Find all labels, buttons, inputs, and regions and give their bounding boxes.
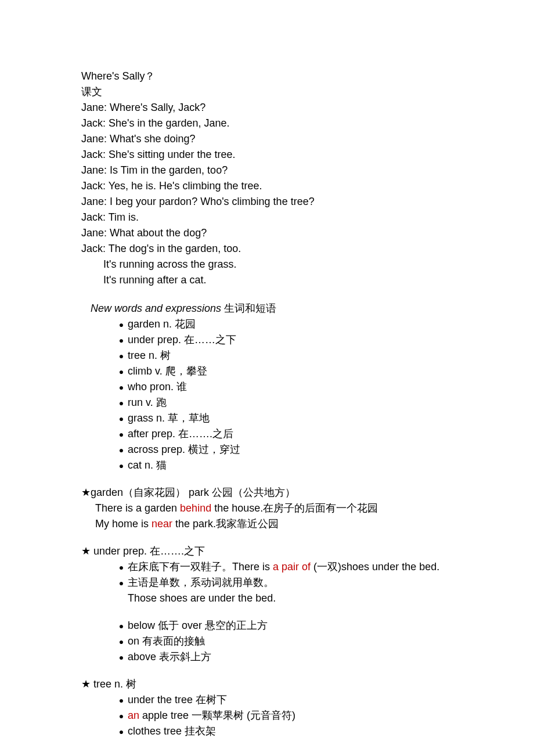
section-header: New words and expressions 生词和短语 xyxy=(81,301,453,316)
b-pre: 在床底下有一双鞋子。There is xyxy=(128,561,273,573)
bullet-icon: ● xyxy=(115,620,128,632)
document-page: Where's Sally？ 课文 Jane: Where's Sally, J… xyxy=(0,0,534,756)
ex-pre: There is a garden xyxy=(95,502,180,514)
b-red: a pair of xyxy=(273,561,313,573)
bullet-icon: ● xyxy=(115,413,128,425)
note-bullet: ● above 表示斜上方 xyxy=(81,649,453,665)
ex-red: near xyxy=(151,518,172,530)
dialogue-line: Jane: I beg your pardon? Who's climbing … xyxy=(81,194,453,210)
vocab-text: tree n. 树 xyxy=(128,348,171,363)
bullet-icon: ● xyxy=(115,334,128,347)
note-bullet: ● under the tree 在树下 xyxy=(81,692,453,708)
bullet-icon: ● xyxy=(115,397,128,409)
bullet-icon: ● xyxy=(115,577,128,589)
example-line: My home is near the park.我家靠近公园 xyxy=(81,516,453,532)
note-bullet: ● 在床底下有一双鞋子。There is a pair of (一双)shoes… xyxy=(81,559,453,575)
vocab-text: under prep. 在……之下 xyxy=(128,332,236,348)
vocab-item: ●garden n. 花园 xyxy=(81,316,453,332)
vocab-text: who pron. 谁 xyxy=(128,379,187,395)
ex-post: the house.在房子的后面有一个花园 xyxy=(211,502,378,514)
bullet-icon: ● xyxy=(115,636,128,648)
ex-pre: My home is xyxy=(95,518,151,530)
bullet-icon: ● xyxy=(115,366,128,378)
bullet-icon: ● xyxy=(115,381,128,394)
dialogue-line: Jack: She's in the garden, Jane. xyxy=(81,116,453,131)
bullet-text: clothes tree 挂衣架 xyxy=(128,723,216,739)
b-post: (一双)shoes under the bed. xyxy=(313,561,439,573)
star-line: ★ under prep. 在…….之下 xyxy=(81,543,453,559)
ex-post: the park.我家靠近公园 xyxy=(172,518,279,530)
bullet-icon: ● xyxy=(115,561,128,574)
star-line: ★ tree n. 树 xyxy=(81,676,453,692)
vocab-text: cat n. 猫 xyxy=(128,458,167,473)
ex-red: behind xyxy=(180,502,211,514)
sub-line: Those shoes are under the bed. xyxy=(81,591,453,606)
vocab-text: run v. 跑 xyxy=(128,395,167,411)
bullet-icon: ● xyxy=(115,444,128,456)
note-bullet: ● clothes tree 挂衣架 xyxy=(81,723,453,739)
note-bullet: ● below 低于 over 悬空的正上方 xyxy=(81,618,453,633)
vocab-text: garden n. 花园 xyxy=(128,316,196,332)
bullet-text: on 有表面的接触 xyxy=(128,633,205,649)
bullet-icon: ● xyxy=(115,429,128,441)
vocab-text: climb v. 爬，攀登 xyxy=(128,363,207,379)
vocab-item: ●run v. 跑 xyxy=(81,395,453,411)
note-text: garden（自家花园） park 公园（公共地方） xyxy=(91,487,295,498)
star-icon: ★ xyxy=(81,487,91,498)
star-icon: ★ xyxy=(81,678,91,690)
section-header-suffix: 生词和短语 xyxy=(221,303,276,314)
note-head: under prep. 在…….之下 xyxy=(91,545,205,557)
dialogue-line: Jane: What about the dog? xyxy=(81,225,453,241)
vocab-item: ●after prep. 在…….之后 xyxy=(81,426,453,442)
vocab-item: ●tree n. 树 xyxy=(81,348,453,363)
note-bullet: ● on 有表面的接触 xyxy=(81,633,453,649)
bullet-icon: ● xyxy=(115,319,128,331)
bullet-icon: ● xyxy=(115,350,128,362)
dialogue-line-indent: It's running across the grass. xyxy=(81,257,453,272)
dialogue-block: Jane: Where's Sally, Jack? Jack: She's i… xyxy=(81,100,453,288)
note-tree: ★ tree n. 树 ● under the tree 在树下 ● an ap… xyxy=(81,676,453,739)
b-post: apple tree 一颗苹果树 (元音音符) xyxy=(139,710,295,721)
note-garden: ★garden（自家花园） park 公园（公共地方） There is a g… xyxy=(81,485,453,532)
note-under: ★ under prep. 在…….之下 ● 在床底下有一双鞋子。There i… xyxy=(81,543,453,665)
lesson-title: Where's Sally？ xyxy=(81,69,453,84)
star-line: ★garden（自家花园） park 公园（公共地方） xyxy=(81,485,453,501)
dialogue-line: Jack: She's sitting under the tree. xyxy=(81,147,453,163)
vocab-item: ●cat n. 猫 xyxy=(81,458,453,473)
dialogue-line: Jack: Tim is. xyxy=(81,210,453,225)
bullet-icon: ● xyxy=(115,710,128,722)
bullet-text: under the tree 在树下 xyxy=(128,692,227,708)
vocab-text: grass n. 草，草地 xyxy=(128,411,210,426)
vocab-item: ●under prep. 在……之下 xyxy=(81,332,453,348)
vocab-item: ●who pron. 谁 xyxy=(81,379,453,395)
bullet-icon: ● xyxy=(115,726,128,738)
dialogue-line: Jane: Is Tim in the garden, too? xyxy=(81,163,453,178)
section-header-prefix: New words and expressions xyxy=(91,303,221,314)
dialogue-line: Jane: Where's Sally, Jack? xyxy=(81,100,453,116)
bullet-text: above 表示斜上方 xyxy=(128,649,211,665)
bullet-icon: ● xyxy=(115,651,128,664)
vocab-item: ●climb v. 爬，攀登 xyxy=(81,363,453,379)
bullet-text: an apple tree 一颗苹果树 (元音音符) xyxy=(128,708,295,723)
subtitle: 课文 xyxy=(81,84,453,100)
star-icon: ★ xyxy=(81,545,91,557)
dialogue-line: Jack: Yes, he is. He's climbing the tree… xyxy=(81,178,453,194)
vocab-item: ●grass n. 草，草地 xyxy=(81,411,453,426)
note-bullet: ● 主语是单数，系动词就用单数。 xyxy=(81,575,453,591)
vocab-text: across prep. 横过，穿过 xyxy=(128,442,240,458)
example-line: There is a garden behind the house.在房子的后… xyxy=(81,501,453,516)
vocab-list: ●garden n. 花园 ●under prep. 在……之下 ●tree n… xyxy=(81,316,453,473)
note-bullet: ● an apple tree 一颗苹果树 (元音音符) xyxy=(81,708,453,723)
bullet-text: 在床底下有一双鞋子。There is a pair of (一双)shoes u… xyxy=(128,559,439,575)
dialogue-line: Jane: What's she doing? xyxy=(81,131,453,147)
b-red: an xyxy=(128,710,139,721)
vocab-text: after prep. 在…….之后 xyxy=(128,426,233,442)
bullet-text: below 低于 over 悬空的正上方 xyxy=(128,618,268,633)
note-head: tree n. 树 xyxy=(91,678,136,690)
bullet-icon: ● xyxy=(115,460,128,472)
bullet-icon: ● xyxy=(115,694,128,707)
vocab-item: ●across prep. 横过，穿过 xyxy=(81,442,453,458)
bullet-text: 主语是单数，系动词就用单数。 xyxy=(128,575,274,591)
dialogue-line: Jack: The dog's in the garden, too. xyxy=(81,241,453,257)
dialogue-line-indent: It's running after a cat. xyxy=(81,272,453,288)
